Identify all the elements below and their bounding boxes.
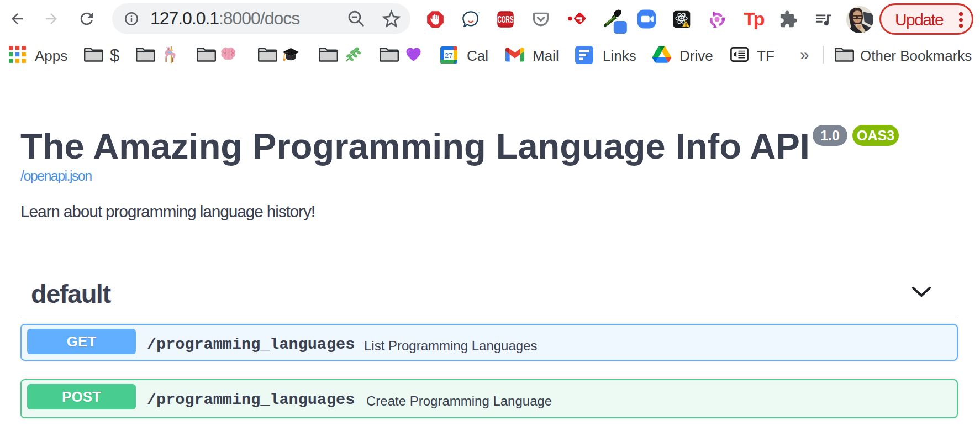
svg-text:CORS: CORS	[497, 14, 513, 24]
svg-text:27: 27	[445, 51, 453, 60]
